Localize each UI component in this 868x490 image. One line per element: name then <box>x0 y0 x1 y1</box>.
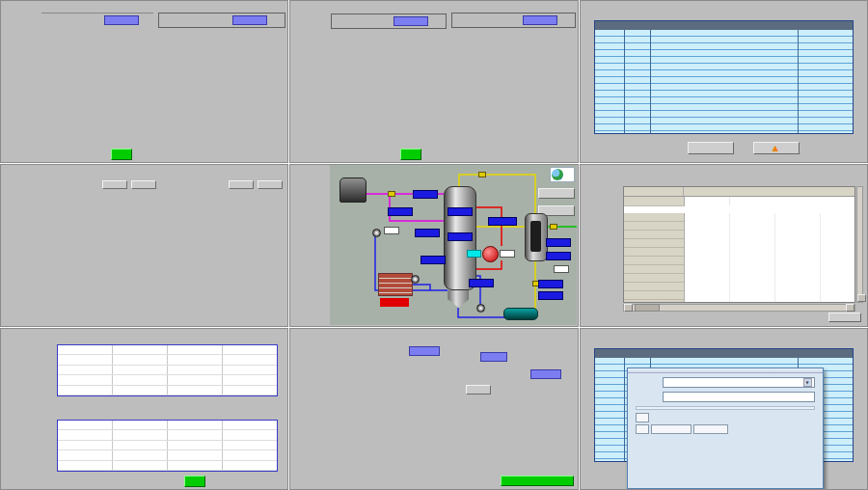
column-divider <box>774 213 775 302</box>
settings-button[interactable] <box>828 313 861 322</box>
param-row <box>335 15 443 26</box>
param-group <box>158 13 285 28</box>
process-value <box>546 238 571 247</box>
total-flow-value <box>538 291 563 300</box>
next-page-button[interactable] <box>111 149 132 160</box>
table-row[interactable] <box>624 197 854 206</box>
param-row <box>455 14 571 25</box>
hmi-screen-manual-control <box>0 164 288 327</box>
param-value-input[interactable] <box>409 346 440 356</box>
hmi-screen-param-setting-1 <box>0 0 288 163</box>
scrollbar-thumb[interactable] <box>635 304 660 312</box>
param-value-input[interactable] <box>232 15 267 25</box>
param-value-input[interactable] <box>523 15 557 25</box>
pump-status-box <box>384 227 399 234</box>
pipe-heater <box>411 285 430 290</box>
username-select[interactable]: ▼ <box>663 377 815 388</box>
receiver-tank <box>525 213 548 261</box>
pid-group-title <box>462 342 575 351</box>
process-value <box>388 207 413 216</box>
process-value <box>448 232 473 241</box>
param-value-input[interactable] <box>393 16 428 26</box>
pid-row <box>462 351 575 362</box>
chevron-down-icon[interactable]: ▼ <box>803 378 812 387</box>
device-state-button[interactable] <box>258 180 283 189</box>
login-dialog: ▼ <box>627 368 824 489</box>
pid-value-input[interactable] <box>480 352 507 362</box>
hmi-screen-data-record <box>580 164 868 327</box>
scroll-down-icon[interactable] <box>857 294 866 302</box>
data-table <box>623 186 855 303</box>
column-divider <box>650 30 651 133</box>
column-divider <box>624 30 625 133</box>
device-mode-button[interactable] <box>102 180 127 189</box>
alarm-column-header <box>595 349 624 358</box>
scroll-right-icon[interactable] <box>846 304 854 312</box>
login-dialog-title <box>628 368 823 373</box>
process-value <box>469 279 494 287</box>
column-divider <box>820 213 821 302</box>
device-row <box>172 178 284 191</box>
param-row <box>462 368 575 380</box>
expansion-valve-params-button[interactable] <box>501 476 574 486</box>
warning-icon: ▲ <box>773 145 778 152</box>
param-row <box>331 344 454 357</box>
param-group <box>451 13 575 28</box>
hmi-screen-param-setting-2 <box>289 0 578 163</box>
device-state-button[interactable] <box>131 180 156 189</box>
heat-exchanger-block <box>467 250 481 258</box>
login-ok-button[interactable] <box>651 424 692 434</box>
hmi-screen-system-params <box>289 328 578 490</box>
keyboard-key[interactable] <box>636 413 649 422</box>
column-divider <box>624 358 625 461</box>
prev-page-button[interactable] <box>400 149 421 160</box>
onscreen-keyboard <box>628 410 823 434</box>
next-page-button[interactable] <box>184 476 205 487</box>
process-value <box>413 190 438 199</box>
empty-rows-area <box>624 213 685 302</box>
param-value-input[interactable] <box>104 15 139 25</box>
alarm-ack-button[interactable]: ▲ <box>753 142 800 154</box>
alarm-column-header <box>595 21 624 30</box>
fault-reset-button[interactable] <box>688 142 734 154</box>
row-cell <box>685 197 730 205</box>
discharge-tank <box>503 308 538 320</box>
process-diagram <box>330 165 576 325</box>
steam-label <box>488 217 517 226</box>
valve-status-box <box>554 265 569 273</box>
normal-mode-button[interactable] <box>538 188 575 199</box>
keepwarm-toggle-button[interactable] <box>466 385 491 395</box>
column-divider <box>729 213 730 302</box>
vertical-scrollbar[interactable] <box>856 186 863 303</box>
instant-flow-value <box>538 280 563 288</box>
process-value <box>546 252 571 260</box>
globe-icon <box>552 169 563 180</box>
alarm-table-body <box>595 30 853 133</box>
device-row <box>44 178 156 191</box>
row-timestamp <box>624 197 685 206</box>
valve-icon <box>388 191 395 197</box>
heater-status-box <box>380 298 409 307</box>
horizontal-scrollbar[interactable] <box>623 304 855 312</box>
password-input[interactable] <box>663 392 815 402</box>
keyboard-key[interactable] <box>636 424 649 434</box>
valve-icon <box>550 224 557 230</box>
company-logo <box>550 167 575 182</box>
param-group <box>331 14 447 29</box>
hmi-screen-data-curves <box>0 328 288 490</box>
process-value <box>448 207 473 216</box>
cooling-tower <box>339 177 366 203</box>
login-cancel-button[interactable] <box>693 424 728 434</box>
param-value-input[interactable] <box>530 369 561 379</box>
electric-heater-block <box>378 273 413 296</box>
scroll-left-icon[interactable] <box>624 304 633 312</box>
hmi-screen-process-diagram <box>289 164 578 327</box>
data-column-header <box>624 187 684 196</box>
param-row <box>162 14 282 25</box>
process-value <box>420 256 446 264</box>
process-value <box>415 229 440 237</box>
trend-chart-2 <box>57 420 278 472</box>
hmi-screen-fault-alarm: ▲ <box>580 0 868 163</box>
device-mode-button[interactable] <box>229 180 254 189</box>
compressor-status-box <box>500 250 515 258</box>
